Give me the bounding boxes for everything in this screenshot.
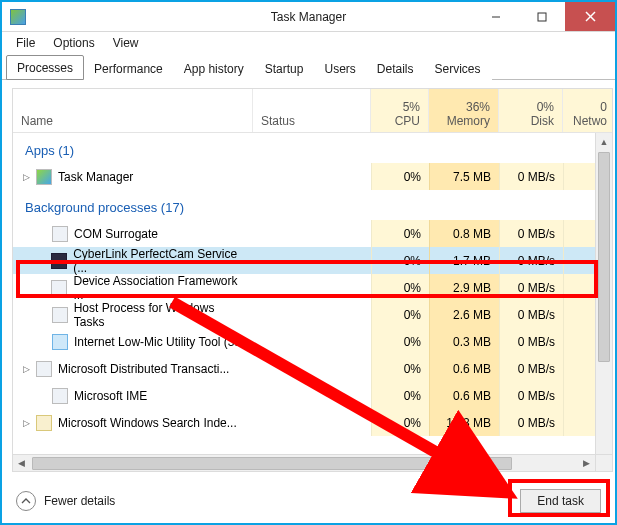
process-icon: [52, 388, 68, 404]
process-name: Host Process for Windows Tasks: [74, 301, 245, 329]
tab-performance[interactable]: Performance: [83, 56, 174, 80]
row-device-association[interactable]: Device Association Framework ... 0% 2.9 …: [13, 274, 612, 301]
tab-services[interactable]: Services: [424, 56, 492, 80]
scroll-up-icon[interactable]: ▲: [596, 133, 612, 150]
menu-file[interactable]: File: [8, 33, 43, 53]
process-rows: Apps (1) ▷Task Manager 0% 7.5 MB 0 MB/s …: [13, 133, 612, 471]
chevron-up-icon: [16, 491, 36, 511]
colhead-name[interactable]: Name: [13, 89, 253, 132]
expand-icon[interactable]: ▷: [21, 418, 32, 428]
minimize-button[interactable]: [473, 2, 519, 31]
menu-view[interactable]: View: [105, 33, 147, 53]
process-name: CyberLink PerfectCam Service (...: [73, 247, 245, 275]
process-name: Internet Low-Mic Utility Tool (3...: [74, 335, 245, 349]
expand-icon[interactable]: ▷: [21, 364, 32, 374]
vertical-scrollbar[interactable]: ▲ ▼: [595, 133, 612, 471]
close-button[interactable]: [565, 2, 615, 31]
row-host-process[interactable]: Host Process for Windows Tasks 0% 2.6 MB…: [13, 301, 612, 328]
process-icon: [52, 226, 68, 242]
row-ms-search[interactable]: ▷Microsoft Windows Search Inde... 0% 12.…: [13, 409, 612, 436]
scroll-right-icon[interactable]: ▶: [578, 458, 595, 468]
group-apps: Apps (1): [13, 133, 612, 163]
tab-strip: Processes Performance App history Startu…: [2, 54, 615, 80]
window-titlebar: Task Manager: [2, 2, 615, 32]
row-ms-dtc[interactable]: ▷Microsoft Distributed Transacti... 0% 0…: [13, 355, 612, 382]
horizontal-scrollbar[interactable]: ◀ ▶: [13, 454, 595, 471]
menu-options[interactable]: Options: [45, 33, 102, 53]
ie-icon: [52, 334, 68, 350]
row-com-surrogate[interactable]: COM Surrogate 0% 0.8 MB 0 MB/s 0: [13, 220, 612, 247]
process-name: Microsoft Windows Search Inde...: [58, 416, 237, 430]
row-cyberlink-perfectcam[interactable]: CyberLink PerfectCam Service (... 0% 1.7…: [13, 247, 612, 274]
row-ie-lowmic[interactable]: Internet Low-Mic Utility Tool (3... 0% 0…: [13, 328, 612, 355]
scroll-left-icon[interactable]: ◀: [13, 458, 30, 468]
tab-app-history[interactable]: App history: [173, 56, 255, 80]
footer: Fewer details End task: [4, 481, 613, 521]
process-name: Task Manager: [58, 170, 133, 184]
menubar: File Options View: [2, 32, 615, 54]
row-task-manager[interactable]: ▷Task Manager 0% 7.5 MB 0 MB/s 0: [13, 163, 612, 190]
process-name: Device Association Framework ...: [73, 274, 245, 302]
row-ms-ime[interactable]: Microsoft IME 0% 0.6 MB 0 MB/s 0: [13, 382, 612, 409]
colhead-status[interactable]: Status: [253, 89, 371, 132]
colhead-network[interactable]: 0Netwo: [563, 89, 613, 132]
fewer-details-button[interactable]: Fewer details: [16, 491, 115, 511]
task-manager-icon: [36, 169, 52, 185]
column-headers: Name Status 5%CPU 36%Memory 0%Disk 0Netw…: [13, 89, 612, 133]
maximize-button[interactable]: [519, 2, 565, 31]
scrollbar-thumb[interactable]: [598, 152, 610, 362]
search-indexer-icon: [36, 415, 52, 431]
process-icon: [51, 253, 67, 269]
process-name: Microsoft Distributed Transacti...: [58, 362, 229, 376]
svg-rect-1: [538, 13, 546, 21]
process-name: COM Surrogate: [74, 227, 158, 241]
process-list-pane: Name Status 5%CPU 36%Memory 0%Disk 0Netw…: [12, 88, 613, 472]
scrollbar-thumb[interactable]: [32, 457, 512, 470]
tab-details[interactable]: Details: [366, 56, 425, 80]
end-task-button[interactable]: End task: [520, 489, 601, 513]
colhead-cpu[interactable]: 5%CPU: [371, 89, 429, 132]
colhead-memory[interactable]: 36%Memory: [429, 89, 499, 132]
fewer-details-label: Fewer details: [44, 494, 115, 508]
expand-icon[interactable]: ▷: [21, 172, 32, 182]
process-name: Microsoft IME: [74, 389, 147, 403]
group-background: Background processes (17): [13, 190, 612, 220]
tab-processes[interactable]: Processes: [6, 55, 84, 80]
tab-users[interactable]: Users: [313, 56, 366, 80]
process-icon: [51, 280, 67, 296]
app-icon: [10, 9, 26, 25]
process-icon: [36, 361, 52, 377]
process-icon: [52, 307, 68, 323]
colhead-disk[interactable]: 0%Disk: [499, 89, 563, 132]
tab-startup[interactable]: Startup: [254, 56, 315, 80]
